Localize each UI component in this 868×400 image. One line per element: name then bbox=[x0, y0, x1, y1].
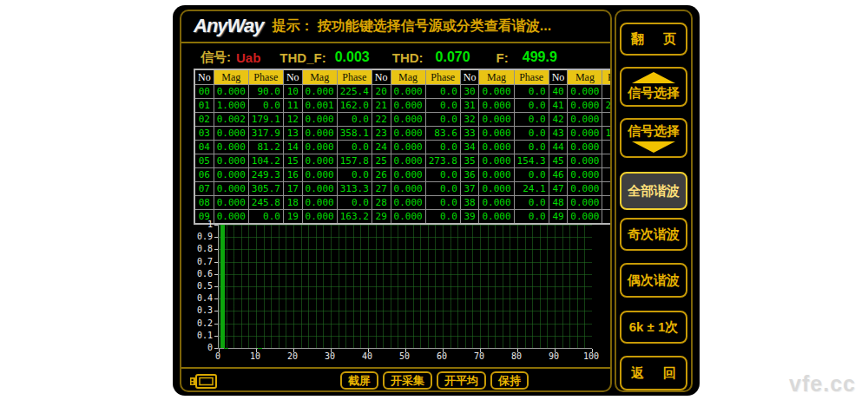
prompt-text: 提示： 按功能键选择信号源或分类查看谐波... bbox=[272, 17, 551, 36]
y-axis-tick-label: 0.5 bbox=[181, 281, 213, 292]
harmonic-no-cell: 23 bbox=[372, 127, 391, 141]
col-header-mag: Mag bbox=[479, 69, 514, 85]
page-flip-button[interactable]: 翻页 bbox=[620, 23, 687, 56]
button-label: 翻页 bbox=[621, 31, 686, 48]
harmonic-no-cell: 08 bbox=[194, 196, 214, 210]
phase-cell: 0.0 bbox=[514, 127, 549, 141]
table-row: 050.000104.2150.000157.8250.000273.8350.… bbox=[194, 154, 612, 168]
thdf-label: THD_F: bbox=[279, 50, 326, 65]
6k-plus-minus-1-button[interactable]: 6k ± 1次 bbox=[620, 311, 687, 344]
mag-cell: 0.000 bbox=[479, 85, 514, 99]
phase-cell: 0.0 bbox=[248, 99, 283, 113]
x-axis-tick-label: 70 bbox=[474, 351, 484, 361]
harmonic-no-cell: 38 bbox=[460, 196, 479, 210]
harmonic-no-cell: 35 bbox=[460, 154, 479, 168]
odd-harmonics-button[interactable]: 奇次谐波 bbox=[620, 218, 687, 251]
return-button[interactable]: 返回 bbox=[620, 356, 687, 390]
signal-select-down-button[interactable]: 信号选择 bbox=[620, 118, 687, 158]
phase-cell: 0.0 bbox=[602, 85, 612, 99]
chart-plot bbox=[218, 225, 592, 349]
x-axis-tick-label: 40 bbox=[362, 351, 372, 361]
harmonic-no-cell: 25 bbox=[372, 154, 391, 168]
y-axis-tick bbox=[214, 324, 218, 325]
x-axis-tick-label: 20 bbox=[287, 351, 298, 361]
mag-cell: 0.000 bbox=[214, 127, 248, 141]
phase-cell: 126.4 bbox=[602, 127, 612, 141]
col-header-mag: Mag bbox=[214, 69, 248, 85]
phase-cell: 0.0 bbox=[337, 168, 372, 182]
harmonic-no-cell: 06 bbox=[194, 168, 214, 182]
start-capture-button[interactable]: 开采集 bbox=[383, 371, 432, 390]
mag-cell: 0.000 bbox=[568, 85, 602, 99]
mag-cell: 0.000 bbox=[214, 168, 248, 182]
bottom-divider bbox=[181, 367, 610, 369]
harmonic-no-cell: 03 bbox=[194, 127, 214, 141]
mag-cell: 0.000 bbox=[214, 182, 248, 196]
bottom-bar: 截屏开采集开平均保持 bbox=[181, 370, 610, 392]
x-axis-tick-label: 0 bbox=[215, 351, 220, 361]
hold-button[interactable]: 保持 bbox=[490, 371, 529, 390]
col-header-no: No bbox=[194, 69, 214, 85]
phase-cell: 225.4 bbox=[337, 85, 372, 99]
phase-cell: 0.0 bbox=[514, 85, 549, 99]
phase-cell: 0.0 bbox=[514, 99, 549, 113]
harmonic-no-cell: 16 bbox=[283, 168, 302, 182]
button-label-part: 回 bbox=[663, 365, 676, 382]
table-header: NoMagPhaseNoMagPhaseNoMagPhaseNoMagPhase… bbox=[194, 69, 612, 85]
harmonic-no-cell: 13 bbox=[283, 127, 302, 141]
mag-cell: 0.000 bbox=[479, 127, 514, 141]
col-header-mag: Mag bbox=[302, 69, 337, 85]
mag-cell: 0.000 bbox=[568, 196, 602, 210]
col-header-no: No bbox=[372, 69, 391, 85]
button-label-part: 页 bbox=[663, 31, 676, 48]
mag-cell: 0.001 bbox=[302, 99, 337, 113]
phase-cell: 24.1 bbox=[514, 182, 549, 196]
brand-logo: AnyWay bbox=[194, 15, 263, 37]
harmonic-no-cell: 31 bbox=[460, 99, 479, 113]
phase-cell: 0.0 bbox=[425, 141, 460, 154]
phase-cell: 0.0 bbox=[337, 196, 372, 210]
screenshot-button[interactable]: 截屏 bbox=[340, 371, 378, 390]
harmonic-no-cell: 21 bbox=[372, 99, 391, 113]
y-axis-tick-label: 0.2 bbox=[181, 318, 213, 329]
phase-cell: 0.0 bbox=[602, 196, 612, 210]
y-axis-tick-label: 0.7 bbox=[181, 257, 213, 267]
mag-cell: 0.000 bbox=[302, 113, 337, 127]
table-row: 080.000245.8180.0000.0280.0000.0380.0000… bbox=[194, 196, 612, 210]
start-average-button[interactable]: 开平均 bbox=[437, 371, 486, 390]
all-harmonics-button[interactable]: 全部谐波 bbox=[620, 172, 687, 210]
col-header-phase: Phase bbox=[337, 69, 372, 85]
button-label: 信号选择 bbox=[628, 85, 680, 102]
phase-cell: 0.0 bbox=[514, 168, 549, 182]
harmonic-no-cell: 28 bbox=[372, 196, 391, 210]
y-axis-tick bbox=[214, 249, 218, 250]
x-axis-tick-label: 30 bbox=[325, 351, 335, 361]
harmonic-no-cell: 15 bbox=[283, 154, 302, 168]
even-harmonics-button[interactable]: 偶次谐波 bbox=[620, 263, 687, 298]
harmonic-no-cell: 04 bbox=[194, 141, 214, 154]
phase-cell: 0.0 bbox=[425, 168, 460, 182]
harmonic-no-cell: 48 bbox=[549, 196, 568, 210]
phase-cell: 0.0 bbox=[602, 141, 612, 154]
mag-cell: 0.000 bbox=[479, 99, 514, 113]
col-header-no: No bbox=[460, 69, 479, 85]
sidebar-buttons: 翻页信号选择信号选择全部谐波奇次谐波偶次谐波6k ± 1次返回 bbox=[616, 23, 691, 390]
button-label: 偶次谐波 bbox=[628, 272, 680, 289]
harmonic-no-cell: 40 bbox=[549, 85, 568, 99]
harmonic-no-cell: 42 bbox=[549, 113, 568, 127]
col-header-no: No bbox=[283, 69, 302, 85]
chart: 00.10.20.30.40.50.60.70.80.9101020304050… bbox=[181, 220, 610, 367]
table-row: 011.0000.0110.001162.0210.0000.0310.0000… bbox=[194, 99, 612, 113]
table-row: 060.000249.3160.0000.0260.0000.0360.0000… bbox=[194, 168, 612, 182]
signal-select-up-button[interactable]: 信号选择 bbox=[620, 67, 687, 107]
mag-cell: 0.000 bbox=[568, 113, 602, 127]
mag-cell: 0.000 bbox=[302, 85, 337, 99]
phase-cell: 313.3 bbox=[337, 182, 372, 196]
mag-cell: 0.000 bbox=[568, 168, 602, 182]
button-label: 全部谐波 bbox=[628, 183, 680, 200]
y-axis-tick bbox=[214, 274, 218, 275]
table-row: 020.002179.1120.0000.0220.0000.0320.0000… bbox=[194, 113, 612, 127]
harmonic-no-cell: 41 bbox=[549, 99, 568, 113]
table-body: 000.00090.0100.000225.4200.0000.0300.000… bbox=[194, 85, 612, 225]
phase-cell: 0.0 bbox=[337, 113, 372, 127]
